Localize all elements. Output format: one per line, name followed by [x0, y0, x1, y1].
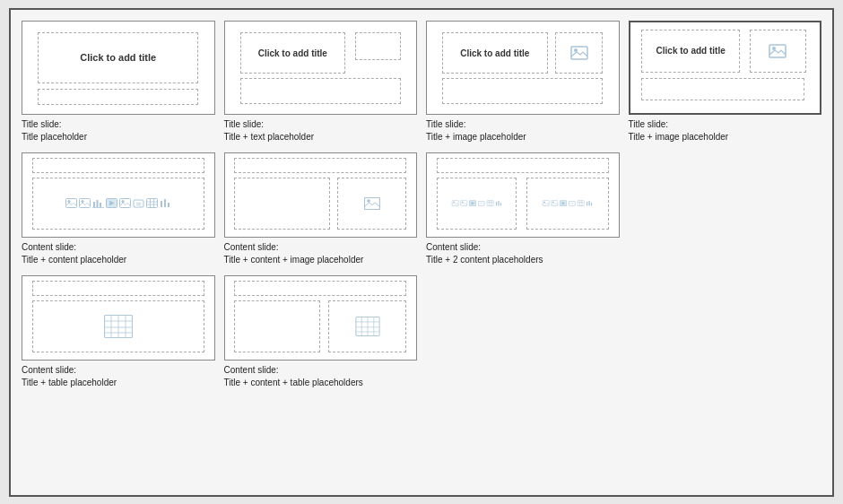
svg-rect-19 — [146, 198, 157, 207]
title-text-1: Click to add title — [39, 33, 197, 83]
chart-icon — [92, 198, 104, 210]
slide-grid: Click to add title Title slide: Title pl… — [22, 21, 821, 389]
svg-rect-50 — [569, 202, 575, 206]
tbl-icon-7a — [486, 200, 493, 208]
img-placeholder-6 — [337, 178, 406, 230]
media-icon-7a — [469, 200, 476, 208]
pic-icon-7b — [460, 200, 467, 208]
title-placeholder-8 — [32, 281, 204, 296]
svg-rect-16 — [134, 200, 143, 207]
subtitle-placeholder-1 — [38, 89, 198, 106]
slide-thumb-5[interactable] — [22, 152, 215, 238]
title-text-3: Click to add title — [443, 33, 546, 73]
title-placeholder-1: Click to add title — [38, 32, 198, 83]
slide-thumb-2[interactable]: Click to add title — [224, 21, 418, 115]
image-icon-4 — [751, 30, 805, 72]
title-placeholder-9 — [234, 281, 406, 296]
svg-rect-10 — [100, 203, 101, 207]
text-placeholder-4 — [641, 78, 804, 100]
slide-thumb-1[interactable]: Click to add title — [22, 21, 215, 115]
title-placeholder-6 — [234, 158, 406, 173]
row2-empty — [629, 152, 822, 266]
content-icons-7b — [537, 185, 597, 222]
title-placeholder-3: Click to add title — [442, 32, 547, 74]
slide-item-3[interactable]: Click to add title Title slide: Title + … — [426, 21, 620, 143]
content1-placeholder-7 — [437, 178, 517, 230]
tbl-icon-7b — [577, 200, 584, 208]
bar-icon — [160, 198, 171, 210]
clip-icon-7a — [477, 200, 484, 208]
slide-item-4[interactable]: Click to add title Title slide: Title + … — [629, 21, 822, 143]
content-icons-7a — [448, 185, 507, 222]
content-placeholder-9 — [234, 300, 320, 352]
pic-icon-7d — [551, 200, 558, 208]
slide-label-3: Title slide: Title + image placeholder — [426, 118, 620, 143]
svg-rect-42 — [498, 201, 499, 206]
slide-thumb-6[interactable] — [224, 152, 418, 238]
slide-label-4: Title slide: Title + image placeholder — [629, 118, 822, 143]
svg-rect-4 — [65, 198, 76, 207]
svg-rect-2 — [769, 45, 786, 57]
svg-rect-6 — [79, 198, 90, 207]
svg-rect-57 — [588, 201, 589, 206]
slide-item-5[interactable]: Content slide: Title + content placehold… — [22, 152, 215, 266]
slide-label-5: Content slide: Title + content placehold… — [22, 241, 215, 266]
slide-label-2: Title slide: Title + text placeholder — [224, 118, 418, 143]
svg-rect-24 — [161, 201, 162, 207]
slide-item-7[interactable]: Content slide: Title + 2 content placeho… — [426, 152, 620, 266]
svg-rect-26 — [168, 203, 169, 207]
table-icon-8 — [33, 301, 204, 352]
slide-item-9[interactable]: Content slide: Title + content + table p… — [224, 275, 418, 389]
row3-empty1 — [426, 275, 620, 389]
svg-point-3 — [772, 47, 776, 50]
content-icons-5 — [33, 178, 204, 229]
table-placeholder-8 — [32, 300, 204, 352]
picture-icon2 — [79, 198, 91, 210]
slide-thumb-3[interactable]: Click to add title — [426, 21, 620, 115]
picture-icon — [65, 198, 77, 210]
svg-rect-35 — [478, 202, 484, 206]
bar-icon-7b — [586, 200, 593, 208]
svg-point-1 — [574, 48, 578, 52]
svg-rect-9 — [96, 200, 98, 207]
img-placeholder-3 — [555, 32, 603, 74]
svg-point-28 — [367, 199, 370, 203]
slide-thumb-4[interactable]: Click to add title — [629, 21, 822, 115]
clip-icon — [133, 198, 144, 210]
slide-item-6[interactable]: Content slide: Title + content + image p… — [224, 152, 418, 266]
svg-rect-58 — [591, 204, 592, 206]
table-placeholder-9 — [328, 300, 407, 352]
slide-label-6: Content slide: Title + content + image p… — [224, 241, 418, 266]
svg-rect-37 — [486, 201, 492, 206]
svg-rect-52 — [578, 201, 584, 206]
title-text-4: Click to add title — [642, 30, 739, 72]
pic-icon-7a — [451, 200, 458, 208]
row3-empty2 — [629, 275, 822, 389]
slide-item-1[interactable]: Click to add title Title slide: Title pl… — [22, 21, 215, 143]
table-icon-9 — [329, 301, 406, 352]
table-icon2 — [146, 198, 158, 210]
svg-rect-25 — [164, 199, 166, 207]
slide-label-7: Content slide: Title + 2 content placeho… — [426, 241, 620, 266]
slide-item-2[interactable]: Click to add title Title slide: Title + … — [224, 21, 418, 143]
text-placeholder-3 — [442, 78, 603, 104]
svg-rect-8 — [93, 202, 95, 207]
pic-icon-7c — [542, 200, 549, 208]
image-icon-6 — [338, 178, 405, 229]
svg-rect-0 — [571, 47, 587, 59]
slide-thumb-7[interactable] — [426, 152, 620, 238]
title-placeholder-2: Click to add title — [240, 32, 345, 74]
slide-thumb-9[interactable] — [224, 275, 418, 361]
title-placeholder-4: Click to add title — [641, 30, 740, 73]
slide-thumb-8[interactable] — [22, 275, 215, 361]
text-placeholder-2 — [240, 78, 401, 104]
image-icon-3 — [556, 33, 602, 73]
layout-panel: Click to add title Title slide: Title pl… — [9, 8, 834, 497]
clip-icon-7b — [569, 200, 576, 208]
media-icon — [106, 198, 117, 210]
img-placeholder-4 — [750, 30, 806, 73]
title-placeholder-5 — [32, 158, 204, 173]
small-placeholder-2 — [355, 32, 401, 60]
slide-item-8[interactable]: Content slide: Title + table placeholder — [22, 275, 215, 389]
picture-icon3 — [119, 198, 131, 210]
